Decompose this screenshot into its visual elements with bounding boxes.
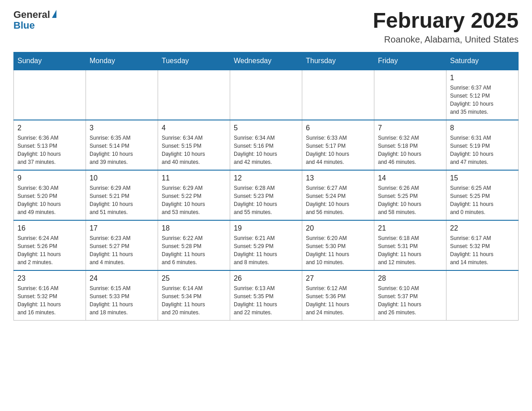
calendar-day-cell: 25Sunrise: 6:14 AM Sunset: 5:34 PM Dayli… (158, 270, 230, 321)
calendar-day-cell (86, 70, 158, 120)
day-number: 4 (162, 124, 226, 132)
day-info: Sunrise: 6:14 AM Sunset: 5:34 PM Dayligh… (162, 284, 226, 317)
page-header: General Blue February 2025 Roanoke, Alab… (13, 9, 519, 45)
calendar-day-cell: 27Sunrise: 6:12 AM Sunset: 5:36 PM Dayli… (302, 270, 374, 321)
day-number: 19 (234, 224, 298, 232)
calendar-day-cell (374, 70, 446, 120)
day-number: 5 (234, 124, 298, 132)
calendar-title: February 2025 (373, 9, 519, 33)
day-number: 24 (90, 274, 154, 283)
day-number: 27 (306, 274, 370, 283)
calendar-day-header: Monday (86, 52, 158, 70)
calendar-subtitle: Roanoke, Alabama, United States (373, 34, 519, 45)
day-info: Sunrise: 6:37 AM Sunset: 5:12 PM Dayligh… (450, 84, 515, 116)
calendar-day-cell: 1Sunrise: 6:37 AM Sunset: 5:12 PM Daylig… (446, 70, 519, 120)
calendar-day-cell: 17Sunrise: 6:23 AM Sunset: 5:27 PM Dayli… (86, 220, 158, 270)
calendar-day-cell: 13Sunrise: 6:27 AM Sunset: 5:24 PM Dayli… (302, 170, 374, 220)
calendar-day-cell: 9Sunrise: 6:30 AM Sunset: 5:20 PM Daylig… (14, 170, 86, 220)
calendar-day-cell: 3Sunrise: 6:35 AM Sunset: 5:14 PM Daylig… (86, 120, 158, 170)
day-number: 11 (162, 174, 226, 182)
calendar-day-cell: 12Sunrise: 6:28 AM Sunset: 5:23 PM Dayli… (230, 170, 302, 220)
day-number: 3 (90, 124, 154, 132)
day-info: Sunrise: 6:36 AM Sunset: 5:13 PM Dayligh… (17, 134, 82, 166)
calendar-day-cell (446, 270, 519, 321)
day-info: Sunrise: 6:27 AM Sunset: 5:24 PM Dayligh… (306, 184, 370, 216)
day-info: Sunrise: 6:29 AM Sunset: 5:22 PM Dayligh… (162, 184, 226, 216)
day-info: Sunrise: 6:16 AM Sunset: 5:32 PM Dayligh… (17, 284, 82, 317)
day-number: 1 (450, 74, 515, 82)
calendar-day-header: Saturday (446, 52, 519, 70)
calendar-day-cell: 21Sunrise: 6:18 AM Sunset: 5:31 PM Dayli… (374, 220, 446, 270)
calendar-week-row: 16Sunrise: 6:24 AM Sunset: 5:26 PM Dayli… (14, 220, 519, 270)
calendar-day-cell: 5Sunrise: 6:34 AM Sunset: 5:16 PM Daylig… (230, 120, 302, 170)
day-number: 15 (450, 174, 515, 182)
day-number: 28 (378, 274, 442, 283)
calendar-header-row: SundayMondayTuesdayWednesdayThursdayFrid… (14, 52, 519, 70)
calendar-day-cell: 8Sunrise: 6:31 AM Sunset: 5:19 PM Daylig… (446, 120, 519, 170)
calendar-week-row: 2Sunrise: 6:36 AM Sunset: 5:13 PM Daylig… (14, 120, 519, 170)
calendar-day-cell: 11Sunrise: 6:29 AM Sunset: 5:22 PM Dayli… (158, 170, 230, 220)
logo-general-text: General (13, 9, 50, 21)
logo-blue-text: Blue (13, 20, 35, 31)
day-info: Sunrise: 6:34 AM Sunset: 5:16 PM Dayligh… (234, 134, 298, 166)
day-info: Sunrise: 6:32 AM Sunset: 5:18 PM Dayligh… (378, 134, 442, 166)
day-info: Sunrise: 6:10 AM Sunset: 5:37 PM Dayligh… (378, 284, 442, 317)
day-info: Sunrise: 6:35 AM Sunset: 5:14 PM Dayligh… (90, 134, 154, 166)
calendar-day-cell: 6Sunrise: 6:33 AM Sunset: 5:17 PM Daylig… (302, 120, 374, 170)
calendar-day-cell: 26Sunrise: 6:13 AM Sunset: 5:35 PM Dayli… (230, 270, 302, 321)
day-number: 21 (378, 224, 442, 232)
day-info: Sunrise: 6:34 AM Sunset: 5:15 PM Dayligh… (162, 134, 226, 166)
calendar-day-cell: 16Sunrise: 6:24 AM Sunset: 5:26 PM Dayli… (14, 220, 86, 270)
logo-triangle-icon (52, 10, 56, 18)
day-info: Sunrise: 6:33 AM Sunset: 5:17 PM Dayligh… (306, 134, 370, 166)
day-info: Sunrise: 6:30 AM Sunset: 5:20 PM Dayligh… (17, 184, 82, 216)
day-info: Sunrise: 6:21 AM Sunset: 5:29 PM Dayligh… (234, 234, 298, 266)
day-number: 18 (162, 224, 226, 232)
day-number: 12 (234, 174, 298, 182)
day-info: Sunrise: 6:12 AM Sunset: 5:36 PM Dayligh… (306, 284, 370, 317)
calendar-day-header: Tuesday (158, 52, 230, 70)
calendar-day-header: Sunday (14, 52, 86, 70)
calendar-day-header: Friday (374, 52, 446, 70)
calendar-day-cell: 19Sunrise: 6:21 AM Sunset: 5:29 PM Dayli… (230, 220, 302, 270)
calendar-day-cell: 2Sunrise: 6:36 AM Sunset: 5:13 PM Daylig… (14, 120, 86, 170)
day-info: Sunrise: 6:24 AM Sunset: 5:26 PM Dayligh… (17, 234, 82, 266)
calendar-day-cell (14, 70, 86, 120)
calendar-day-cell: 23Sunrise: 6:16 AM Sunset: 5:32 PM Dayli… (14, 270, 86, 321)
day-number: 20 (306, 224, 370, 232)
calendar-day-cell: 28Sunrise: 6:10 AM Sunset: 5:37 PM Dayli… (374, 270, 446, 321)
day-info: Sunrise: 6:18 AM Sunset: 5:31 PM Dayligh… (378, 234, 442, 266)
calendar-day-cell (230, 70, 302, 120)
day-number: 25 (162, 274, 226, 283)
calendar-day-cell: 15Sunrise: 6:25 AM Sunset: 5:25 PM Dayli… (446, 170, 519, 220)
day-info: Sunrise: 6:23 AM Sunset: 5:27 PM Dayligh… (90, 234, 154, 266)
day-number: 2 (17, 124, 82, 132)
logo: General (13, 9, 56, 21)
day-number: 13 (306, 174, 370, 182)
calendar-day-cell: 14Sunrise: 6:26 AM Sunset: 5:25 PM Dayli… (374, 170, 446, 220)
calendar-day-cell: 7Sunrise: 6:32 AM Sunset: 5:18 PM Daylig… (374, 120, 446, 170)
logo-area: General Blue (13, 9, 56, 31)
calendar-day-cell: 10Sunrise: 6:29 AM Sunset: 5:21 PM Dayli… (86, 170, 158, 220)
calendar-day-cell (158, 70, 230, 120)
day-number: 14 (378, 174, 442, 182)
day-number: 26 (234, 274, 298, 283)
title-area: February 2025 Roanoke, Alabama, United S… (373, 9, 519, 45)
day-info: Sunrise: 6:28 AM Sunset: 5:23 PM Dayligh… (234, 184, 298, 216)
day-number: 7 (378, 124, 442, 132)
calendar-day-cell: 4Sunrise: 6:34 AM Sunset: 5:15 PM Daylig… (158, 120, 230, 170)
calendar-day-cell: 24Sunrise: 6:15 AM Sunset: 5:33 PM Dayli… (86, 270, 158, 321)
calendar-week-row: 23Sunrise: 6:16 AM Sunset: 5:32 PM Dayli… (14, 270, 519, 321)
calendar-day-cell: 18Sunrise: 6:22 AM Sunset: 5:28 PM Dayli… (158, 220, 230, 270)
day-number: 6 (306, 124, 370, 132)
day-number: 8 (450, 124, 515, 132)
day-info: Sunrise: 6:25 AM Sunset: 5:25 PM Dayligh… (450, 184, 515, 216)
day-number: 17 (90, 224, 154, 232)
day-info: Sunrise: 6:29 AM Sunset: 5:21 PM Dayligh… (90, 184, 154, 216)
calendar-week-row: 9Sunrise: 6:30 AM Sunset: 5:20 PM Daylig… (14, 170, 519, 220)
calendar-week-row: 1Sunrise: 6:37 AM Sunset: 5:12 PM Daylig… (14, 70, 519, 120)
day-number: 16 (17, 224, 82, 232)
calendar-day-header: Thursday (302, 52, 374, 70)
calendar-table: SundayMondayTuesdayWednesdayThursdayFrid… (13, 52, 519, 321)
day-info: Sunrise: 6:31 AM Sunset: 5:19 PM Dayligh… (450, 134, 515, 166)
